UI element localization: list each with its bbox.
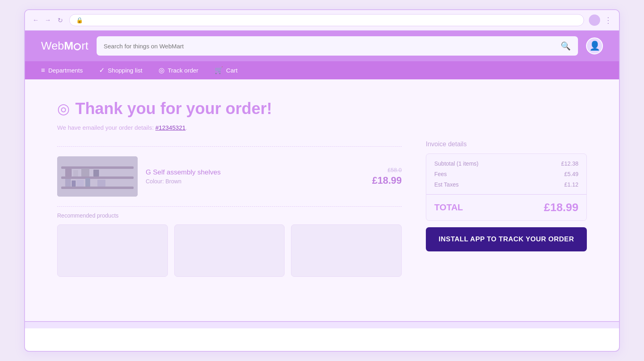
nav-cart-label: Cart [226,67,237,74]
top-divider [57,146,402,147]
browser-chrome: ← → ↻ 🔒 ⋮ [25,10,619,31]
total-label: TOTAL [434,202,463,213]
footer-bar [25,321,619,328]
item-name: G Self assembly shelves [146,168,364,176]
browser-menu-dots[interactable]: ⋮ [604,15,613,25]
item-old-price: £58.0 [372,167,402,173]
invoice-total-row: TOTAL £18.99 [426,194,586,220]
invoice-row-fees: Fees £5.49 [434,171,578,177]
svg-rect-8 [97,180,105,187]
thank-you-title: Thank you for your order! [75,100,272,118]
search-input[interactable] [104,43,557,50]
svg-rect-2 [61,176,134,179]
browser-window: ← → ↻ 🔒 ⋮ WebMrt 🔍 👤 ≡ Departments [24,9,620,352]
svg-rect-11 [81,168,89,176]
nav-buttons: ← → ↻ [31,16,64,25]
svg-rect-5 [72,180,76,187]
total-value: £18.99 [544,201,578,214]
nav-departments-label: Departments [48,67,83,74]
recommended-grid [57,224,402,277]
thank-you-section: ◎ Thank you for your order! We have emai… [57,100,587,131]
logo: WebMrt [41,39,89,52]
logo-rt: rt [81,39,88,52]
fees-label: Fees [434,171,447,177]
nav-shopping-list-label: Shopping list [108,67,142,74]
right-column: Invoice details Subtotal (1 items) £12.3… [426,141,587,251]
order-email-prefix: We have emailed your order details: [57,124,154,131]
avatar-icon: 👤 [589,41,600,51]
nav-track-order-label: Track order [168,67,198,74]
order-number-link[interactable]: #12345321 [155,124,186,131]
item-new-price: £18.99 [372,175,402,186]
invoice-box: Subtotal (1 items) £12.38 Fees £5.49 Est… [426,154,587,221]
rec-item-2 [174,224,285,277]
item-details: G Self assembly shelves Colour: Brown [146,168,364,185]
colour-label: Colour: [146,178,164,185]
track-order-icon: ◎ [159,66,165,75]
order-suffix: . [186,124,187,131]
thank-you-icon: ◎ [57,100,70,117]
nav-bar: ≡ Departments ✓ Shopping list ◎ Track or… [25,61,619,79]
rec-item-1 [57,224,168,277]
left-column: G Self assembly shelves Colour: Brown £5… [57,141,402,277]
nav-cart[interactable]: 🛒 Cart [215,66,237,75]
svg-rect-1 [61,187,134,189]
rec-item-3 [291,224,402,277]
bottom-divider [57,206,402,207]
user-avatar[interactable]: 👤 [586,37,603,54]
nav-shopping-list[interactable]: ✓ Shopping list [99,66,142,75]
main-content: ◎ Thank you for your order! We have emai… [25,79,619,321]
back-button[interactable]: ← [31,16,40,25]
nav-departments[interactable]: ≡ Departments [41,66,83,75]
svg-rect-10 [73,170,78,176]
thank-you-heading: ◎ Thank you for your order! [57,100,587,118]
svg-rect-4 [65,179,71,187]
subtotal-value: £12.38 [561,160,578,167]
invoice-title: Invoice details [426,141,587,148]
refresh-button[interactable]: ↻ [56,16,64,25]
url-input[interactable] [86,17,577,23]
search-bar: 🔍 [97,36,578,56]
forward-button[interactable]: → [43,16,52,25]
invoice-rows: Subtotal (1 items) £12.38 Fees £5.49 Est… [426,154,586,194]
svg-rect-6 [76,180,84,187]
logo-o-icon [74,43,81,50]
svg-rect-7 [85,178,90,187]
subtotal-label: Subtotal (1 items) [434,160,479,167]
svg-rect-12 [93,170,99,176]
invoice-row-taxes: Est Taxes £1.12 [434,181,578,188]
install-app-button[interactable]: INSTALL APP TO TRACK YOUR ORDER [426,227,587,251]
departments-icon: ≡ [41,66,45,75]
item-pricing: £58.0 £18.99 [372,167,402,186]
app-header: WebMrt 🔍 👤 [25,31,619,61]
browser-profile-circle [589,15,600,26]
search-button[interactable]: 🔍 [561,41,571,51]
address-bar[interactable]: 🔒 [69,14,584,26]
nav-track-order[interactable]: ◎ Track order [159,66,198,75]
item-image [57,156,138,197]
lock-icon: 🔒 [76,17,83,23]
svg-rect-3 [61,166,134,169]
content-columns: G Self assembly shelves Colour: Brown £5… [57,141,587,277]
taxes-label: Est Taxes [434,181,458,188]
browser-actions: ⋮ [589,15,613,26]
fees-value: £5.49 [564,171,578,177]
colour-value: Brown [165,178,182,185]
taxes-value: £1.12 [564,181,578,188]
invoice-row-subtotal: Subtotal (1 items) £12.38 [434,160,578,167]
order-item: G Self assembly shelves Colour: Brown £5… [57,152,402,201]
recommended-title: Recommended products [57,212,402,219]
shopping-list-icon: ✓ [99,66,105,75]
logo-web: Web [41,39,64,52]
logo-mart-bold: M [64,39,73,52]
svg-rect-9 [65,169,72,176]
item-colour: Colour: Brown [146,178,364,185]
cart-icon: 🛒 [215,66,223,75]
order-email-text: We have emailed your order details: #123… [57,124,587,131]
